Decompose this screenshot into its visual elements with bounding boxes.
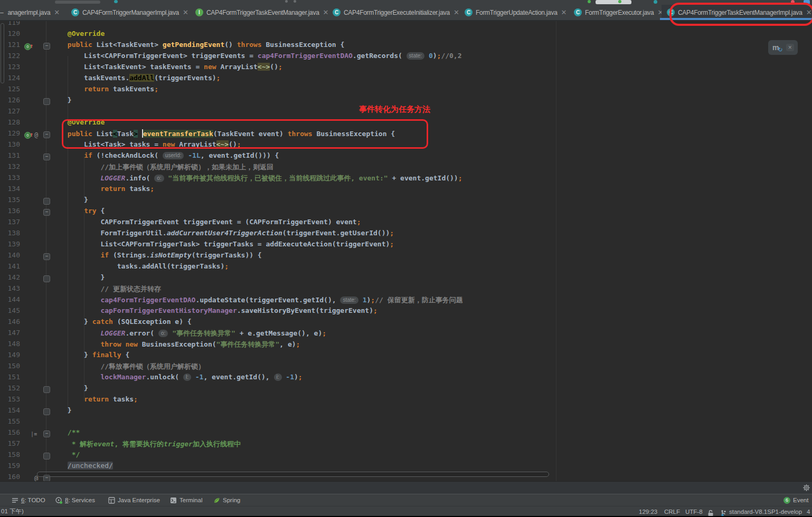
code-line-152[interactable]: }	[51, 384, 88, 395]
fold-marker-collapse[interactable]: −	[43, 253, 50, 260]
tab-CAP4FormTriggerTaskEventManager.java[interactable]: ICAP4FormTriggerTaskEventManager.java✕	[190, 5, 332, 20]
line-number: 144	[0, 295, 20, 307]
code-line-136[interactable]: try {	[51, 207, 105, 218]
line-number: 160	[0, 473, 20, 482]
code-line-138[interactable]: FormTriggerUtil.addCurrentUser4TriggerAc…	[51, 229, 394, 240]
code-line-149[interactable]: } finally {	[51, 351, 130, 362]
code-line-141[interactable]: tasks.addAll(triggerTasks);	[51, 262, 229, 273]
line-ending[interactable]: CRLF	[664, 506, 680, 516]
toolwindow-label: : TODO	[24, 497, 45, 503]
code-line-140[interactable]: if (Strings.isNotEmpty(triggerTasks)) {	[51, 251, 262, 262]
widget-close-icon[interactable]: ×	[786, 44, 794, 51]
code-line-146[interactable]: } catch (SQLException e) {	[51, 318, 192, 329]
code-line-134[interactable]: return tasks;	[51, 185, 155, 196]
code-line-131[interactable]: if (!checkAndLock( userId: -1L, event.ge…	[51, 151, 279, 162]
tab-close-icon[interactable]: ✕	[183, 8, 188, 16]
fold-marker-end[interactable]	[43, 98, 50, 105]
fold-marker-end[interactable]	[43, 198, 50, 205]
tab-label: anagerImpl.java	[7, 9, 50, 16]
fold-marker-collapse[interactable]: −	[43, 43, 50, 50]
toolwindow-button-javaenterprise[interactable]: Java Enterprise	[108, 494, 160, 506]
encoding[interactable]: UTF-8	[685, 506, 703, 516]
toolbar-fragment	[55, 1, 100, 4]
line-number: 134	[0, 185, 20, 196]
code-line-150[interactable]: //释放事件锁（系统用户解析锁）	[51, 362, 205, 373]
tab-CAP4FormTriggerExecuteInitializer.java[interactable]: CCAP4FormTriggerExecuteInitializer.java✕	[327, 5, 462, 20]
override-arrow-icon: ↑	[30, 42, 33, 50]
line-number: 128	[0, 118, 20, 129]
toolwindow-button-terminal[interactable]: Terminal	[170, 494, 202, 506]
code-line-121[interactable]: public List<TaskEvent> getPendingEvent()…	[51, 41, 345, 52]
code-line-153[interactable]: return tasks;	[51, 395, 138, 406]
fold-marker-collapse[interactable]: −	[43, 209, 50, 216]
status-bar: 01 下午) 129:23 CRLF UTF-8 standard-V8.1SP…	[0, 506, 812, 516]
right-margin-guide	[556, 21, 556, 481]
horizontal-scrollbar[interactable]	[37, 472, 549, 477]
code-line-143[interactable]: // 更新状态并转存	[51, 284, 161, 295]
tab-label: CAP4FormTriggerManagerImpl.java	[82, 9, 179, 16]
code-line-139[interactable]: List<CAPFormTriggerTask> triggerTasks = …	[51, 240, 394, 251]
fold-marker-end[interactable]	[43, 275, 50, 282]
event-log-button[interactable]: 6 Event	[783, 494, 808, 506]
caret-position[interactable]: 129:23	[639, 506, 657, 516]
line-number: 125	[0, 85, 20, 96]
toolwindow-label: : Services	[68, 497, 95, 503]
code-line-148[interactable]: throw new BusinessException("事件任务转换异常", …	[51, 340, 300, 351]
fold-marker-end[interactable]	[43, 453, 50, 459]
code-line-158[interactable]: */	[51, 451, 80, 462]
code-line-124[interactable]: taskEvents.addAll(triggerEvents);	[51, 74, 221, 85]
line-number: 126	[0, 96, 20, 107]
toolwindow-button-services[interactable]: 8: Services	[55, 494, 95, 506]
code-line-137[interactable]: CAPFormTriggerEvent triggerEvent = (CAPF…	[51, 218, 361, 229]
fold-marker-collapse[interactable]: −	[43, 430, 50, 437]
gear-icon[interactable]	[802, 484, 810, 492]
code-line-144[interactable]: cap4FormTriggerEventDAO.updateState(trig…	[51, 295, 463, 307]
code-line-154[interactable]: }	[51, 406, 72, 417]
code-line-135[interactable]: }	[51, 196, 88, 207]
tab-label: CAP4FormTriggerExecuteInitializer.java	[344, 9, 450, 16]
line-number: 133	[0, 174, 20, 185]
code-line-122[interactable]: List<CAPFormTriggerEvent> triggerEvents …	[51, 52, 462, 63]
code-line-147[interactable]: LOGGER.error( o: "事件任务转换异常" + e.getMessa…	[51, 329, 327, 340]
tab-anagerImpl.java[interactable]: –anagerImpl.java✕	[0, 5, 63, 20]
tab-CAP4FormTriggerManagerImpl.java[interactable]: CCAP4FormTriggerManagerImpl.java✕	[66, 5, 192, 20]
code-line-133[interactable]: LOGGER.info( o: "当前事件被其他线程执行，已被锁住，当前线程跳过…	[51, 174, 462, 185]
toolwindow-button-spring[interactable]: Spring	[213, 494, 240, 506]
event-log-label: Event	[793, 497, 808, 503]
tab-close-icon[interactable]: ✕	[454, 8, 459, 16]
code-line-125[interactable]: return taskEvents;	[51, 85, 159, 96]
line-number: 121	[0, 41, 20, 52]
code-line-142[interactable]: }	[51, 273, 105, 284]
toolbar-fragment	[596, 0, 631, 4]
tab-FormTriggerExecutor.java[interactable]: CFormTriggerExecutor.java✕	[569, 5, 666, 20]
tab-FormTriggerUpdateAction.java[interactable]: CFormTriggerUpdateAction.java✕	[459, 5, 570, 20]
tab-label: FormTriggerUpdateAction.java	[476, 9, 558, 16]
tab-close-icon[interactable]: ✕	[561, 8, 567, 16]
code-line-132[interactable]: //加上事件锁（系统用户解析锁），如果未加上，则返回	[51, 162, 274, 174]
code-editor[interactable]: 119120 @Override121 public List<TaskEven…	[0, 21, 812, 481]
line-number: 123	[0, 63, 20, 74]
line-number: 145	[0, 307, 20, 318]
fold-marker-end[interactable]	[43, 386, 50, 393]
toolwindow-button-todo[interactable]: 6: TODO	[12, 494, 45, 506]
floating-widget[interactable]: m ↻ ×	[768, 40, 798, 55]
fold-marker-end[interactable]	[43, 408, 50, 415]
code-line-126[interactable]: }	[51, 96, 72, 107]
line-number: 151	[0, 373, 20, 384]
code-line-145[interactable]: capFormTriggerEventHistoryManager.saveHi…	[51, 307, 377, 318]
line-number: 137	[0, 218, 20, 229]
code-line-120[interactable]: @Override	[51, 30, 105, 41]
code-line-157[interactable]: * 解析event, 将需要执行的trigger加入执行线程中	[51, 439, 241, 451]
code-line-156[interactable]: /**	[51, 428, 80, 439]
fold-marker-collapse[interactable]: −	[43, 154, 50, 160]
services-icon	[55, 497, 62, 504]
code-line-123[interactable]: List<TaskEvent> taskEvents = new ArrayLi…	[51, 63, 282, 74]
code-line-159[interactable]: /unchecked/	[51, 462, 113, 473]
line-number: 148	[0, 340, 20, 351]
tab-close-icon[interactable]: ✕	[54, 8, 60, 16]
fold-marker-collapse[interactable]: −	[43, 131, 50, 138]
line-number: 138	[0, 229, 20, 240]
tab-label: FormTriggerExecutor.java	[585, 9, 654, 16]
code-line-151[interactable]: lockManager.unlock( l: -1, event.getId()…	[51, 373, 303, 384]
git-branch-name[interactable]: standard-V8.1SP1-develop	[729, 506, 802, 516]
